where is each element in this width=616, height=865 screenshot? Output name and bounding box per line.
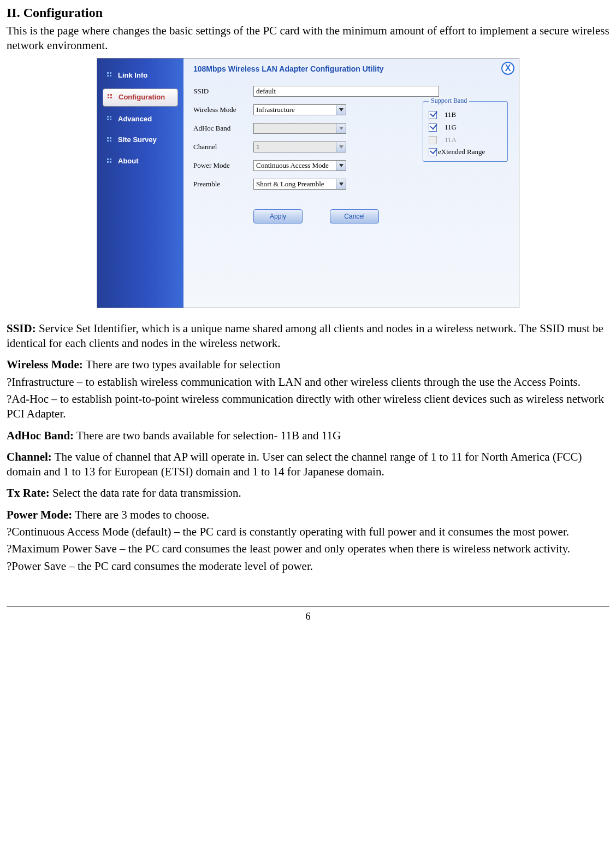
text-ssid: Service Set Identifier, which is a uniqu… xyxy=(7,322,603,350)
select-value: Short & Long Preamble xyxy=(254,180,336,189)
term-channel: Channel: xyxy=(7,450,52,463)
def-wireless-mode-opt2: ?Ad-Hoc – to establish point-to-point wi… xyxy=(7,392,609,422)
page-number: 6 xyxy=(306,611,311,622)
nav-icon xyxy=(107,72,114,79)
checkbox-icon xyxy=(429,111,437,119)
intro-text: This is the page where changes the basic… xyxy=(7,23,609,54)
svg-rect-1 xyxy=(110,72,111,74)
sidebar-item-link-info[interactable]: Link Info xyxy=(103,67,178,84)
panel-title: 108Mbps Wireless LAN Adapter Configurati… xyxy=(193,64,510,74)
check-extended-range[interactable]: eXtended Range xyxy=(429,148,502,157)
def-power-mode-opt3: ?Power Save – the PC card consumes the m… xyxy=(7,559,609,574)
select-value: 1 xyxy=(254,143,336,152)
text-adhoc-band: There are two bands available for select… xyxy=(74,429,341,442)
main-panel: X 108Mbps Wireless LAN Adapter Configura… xyxy=(183,58,519,308)
sidebar-item-site-survey[interactable]: Site Survey xyxy=(103,132,178,149)
sidebar-item-label: Configuration xyxy=(119,93,165,101)
row-preamble: Preamble Short & Long Preamble xyxy=(193,179,510,190)
sidebar-item-label: Link Info xyxy=(118,71,147,79)
nav-icon xyxy=(107,137,114,144)
check-11a: 11A xyxy=(429,136,502,145)
cancel-button[interactable]: Cancel xyxy=(330,209,379,223)
svg-rect-4 xyxy=(108,94,109,96)
select-value: Infrastructure xyxy=(254,105,336,115)
support-band-fieldset: Support Band 11B 11G 11A eXtended Range xyxy=(423,101,508,162)
chevron-down-icon xyxy=(336,161,346,170)
svg-rect-2 xyxy=(107,75,109,77)
def-power-mode-opt2: ?Maximum Power Save – the PC card consum… xyxy=(7,542,609,556)
text-channel: The value of channel that AP will operat… xyxy=(7,450,582,478)
channel-select[interactable]: 1 xyxy=(253,142,346,152)
checkbox-icon xyxy=(429,123,437,132)
term-adhoc-band: AdHoc Band: xyxy=(7,429,74,442)
svg-rect-5 xyxy=(110,94,112,96)
svg-rect-13 xyxy=(110,137,111,139)
svg-marker-23 xyxy=(339,164,343,167)
wireless-mode-select[interactable]: Infrastructure xyxy=(253,104,346,115)
label-power-mode: Power Mode xyxy=(193,161,253,170)
chevron-down-icon xyxy=(336,179,346,189)
sidebar-item-advanced[interactable]: Advanced xyxy=(103,111,178,128)
sidebar: Link Info Configuration Advanced Site Su… xyxy=(97,58,183,308)
check-label: 11G xyxy=(445,123,457,132)
def-power-mode-opt1: ?Continuous Access Mode (default) – the … xyxy=(7,525,609,539)
check-11g[interactable]: 11G xyxy=(429,123,502,132)
apply-button[interactable]: Apply xyxy=(253,209,303,223)
text-tx-rate: Select the data rate for data transmissi… xyxy=(50,486,241,499)
text-wireless-mode: There are two types available for select… xyxy=(83,358,281,371)
sidebar-item-label: Advanced xyxy=(118,115,152,123)
nav-icon xyxy=(107,158,114,165)
chevron-down-icon xyxy=(336,123,346,133)
svg-rect-3 xyxy=(110,75,111,77)
check-11b[interactable]: 11B xyxy=(429,110,502,120)
label-wireless-mode: Wireless Mode xyxy=(193,105,253,115)
nav-icon xyxy=(107,116,114,122)
label-adhoc-band: AdHoc Band xyxy=(193,124,253,133)
svg-rect-12 xyxy=(107,137,109,139)
power-mode-select[interactable]: Continuous Access Mode xyxy=(253,160,346,171)
ssid-input[interactable] xyxy=(253,86,439,97)
select-value: Continuous Access Mode xyxy=(254,161,336,170)
check-label: 11B xyxy=(445,110,456,120)
sidebar-item-label: Site Survey xyxy=(118,136,157,144)
checkbox-icon xyxy=(429,136,437,144)
term-power-mode: Power Mode: xyxy=(7,508,72,521)
label-preamble: Preamble xyxy=(193,180,253,189)
nav-icon xyxy=(108,94,114,101)
term-wireless-mode: Wireless Mode: xyxy=(7,358,83,371)
svg-marker-24 xyxy=(339,183,343,186)
sidebar-item-about[interactable]: About xyxy=(103,153,178,170)
section-heading: II. Configuration xyxy=(7,4,609,21)
close-button[interactable]: X xyxy=(501,62,514,75)
text-power-mode: There are 3 modes to choose. xyxy=(72,508,209,521)
def-ssid: SSID: Service Set Identifier, which is a… xyxy=(7,321,609,351)
preamble-select[interactable]: Short & Long Preamble xyxy=(253,179,346,190)
adhoc-band-select[interactable] xyxy=(253,123,346,134)
button-row: Apply Cancel xyxy=(253,209,510,223)
label-channel: Channel xyxy=(193,143,253,152)
svg-rect-10 xyxy=(107,119,109,120)
svg-marker-22 xyxy=(339,145,343,149)
svg-rect-15 xyxy=(110,140,111,142)
svg-rect-0 xyxy=(107,72,109,74)
def-adhoc-band: AdHoc Band: There are two bands availabl… xyxy=(7,428,609,443)
term-tx-rate: Tx Rate: xyxy=(7,486,50,499)
svg-rect-17 xyxy=(110,158,111,160)
chevron-down-icon xyxy=(336,105,346,115)
row-ssid: SSID xyxy=(193,86,510,97)
screenshot-container: Link Info Configuration Advanced Site Su… xyxy=(7,58,609,308)
def-tx-rate: Tx Rate: Select the data rate for data t… xyxy=(7,486,609,501)
svg-rect-18 xyxy=(107,161,109,163)
svg-rect-11 xyxy=(110,119,111,120)
svg-rect-6 xyxy=(108,97,109,98)
def-power-mode: Power Mode: There are 3 modes to choose. xyxy=(7,508,609,522)
svg-marker-21 xyxy=(339,127,343,130)
def-wireless-mode-opt1: ?Infrastructure – to establish wireless … xyxy=(7,375,609,390)
chevron-down-icon xyxy=(336,142,346,152)
checkbox-icon xyxy=(429,148,437,156)
fieldset-legend: Support Band xyxy=(429,97,469,105)
sidebar-item-configuration[interactable]: Configuration xyxy=(103,89,178,107)
svg-rect-7 xyxy=(110,97,112,98)
svg-rect-14 xyxy=(107,140,109,142)
sidebar-item-label: About xyxy=(118,157,139,165)
